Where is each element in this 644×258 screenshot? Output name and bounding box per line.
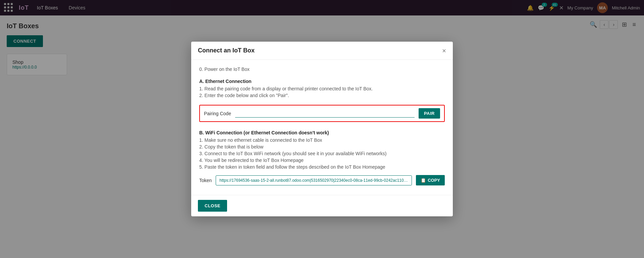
section-a-title: A. Ethernet Connection [199,79,445,84]
pairing-code-input[interactable] [235,109,415,118]
section-b-steps: 1. Make sure no ethernet cable is connec… [199,137,445,170]
token-value: https://17694536-saas-15-2-all.runbot87.… [216,175,412,185]
token-row: Token https://17694536-saas-15-2-all.run… [199,175,445,185]
token-label: Token [199,178,212,183]
copy-icon: 📋 [421,178,426,183]
modal-close-button[interactable]: × [442,47,446,54]
modal-body: 0. Power on the IoT Box A. Ethernet Conn… [191,60,453,195]
connect-iot-modal: Connect an IoT Box × 0. Power on the IoT… [191,42,453,216]
section-a-step-1: 1. Read the pairing code from a display … [199,86,445,91]
section-b-step-1: 1. Make sure no ethernet cable is connec… [199,137,445,143]
modal-title: Connect an IoT Box [198,47,255,54]
section-b-step-2: 2. Copy the token that is below [199,144,445,149]
step-0-text: 0. Power on the IoT Box [199,67,445,72]
section-b-step-3: 3. Connect to the IoT Box WiFi network (… [199,151,445,156]
copy-button[interactable]: 📋 COPY [416,175,445,185]
section-a-step-2: 2. Enter the code below and click on "Pa… [199,93,445,98]
modal-footer: CLOSE [191,195,453,216]
section-b-step-5: 5. Paste the token in token field and fo… [199,164,445,170]
modal-overlay: Connect an IoT Box × 0. Power on the IoT… [0,0,644,258]
copy-label: COPY [428,178,440,183]
modal-header: Connect an IoT Box × [191,42,453,60]
pair-button[interactable]: PAIR [419,108,440,119]
section-b-title: B. WiFi Connection (or Ethernet Connecti… [199,130,445,135]
pairing-code-box: Pairing Code PAIR [199,105,445,122]
section-a-steps: 1. Read the pairing code from a display … [199,86,445,98]
pairing-code-label: Pairing Code [204,111,231,116]
close-modal-button[interactable]: CLOSE [198,200,227,212]
section-b-step-4: 4. You will be redirected to the IoT Box… [199,158,445,163]
